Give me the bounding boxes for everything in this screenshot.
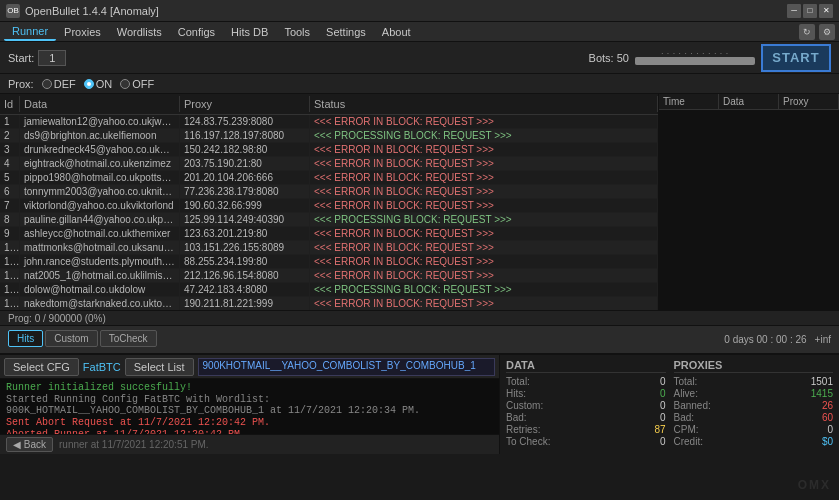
table-row[interactable]: 1jamiewalton12@yahoo.co.ukjwaltn124.83.7… [0, 115, 658, 129]
menu-configs[interactable]: Configs [170, 24, 223, 40]
td-data: drunkredneck45@yahoo.co.ukdrun [20, 143, 180, 156]
stat-line: Retries:87 [506, 424, 666, 435]
prox-radio-group: DEF ON OFF [42, 78, 155, 90]
data-stats-title: DATA [506, 359, 666, 373]
bots-tick: · · · · · · · · · · · · [661, 50, 729, 57]
log-line: Started Running Config FatBTC with Wordl… [6, 394, 493, 416]
start-input[interactable] [38, 50, 66, 66]
td-data: ds9@brighton.ac.ukelfiemoon [20, 129, 180, 142]
menu-hitsdb[interactable]: Hits DB [223, 24, 276, 40]
stat-key: Custom: [506, 400, 543, 411]
table-row[interactable]: 5pippo1980@hotmail.co.ukpottsy19201.20.1… [0, 171, 658, 185]
bottom-area: Select CFG FatBTC Select List 900KHOTMAI… [0, 354, 839, 454]
td-proxy: 125.99.114.249:40390 [180, 213, 310, 226]
table-row[interactable]: 12nat2005_1@hotmail.co.uklilmiss07212.12… [0, 269, 658, 283]
menu-tools[interactable]: Tools [276, 24, 318, 40]
td-status: <<< ERROR IN BLOCK: REQUEST >>> [310, 199, 658, 212]
table-row[interactable]: 13dolow@hotmail.co.ukdolow47.242.183.4:8… [0, 283, 658, 297]
td-proxy: 77.236.238.179:8080 [180, 185, 310, 198]
data-stats: DATA Total:0Hits:0Custom:0Bad:0Retries:8… [506, 359, 666, 450]
table-header: Id Data Proxy Status [0, 94, 658, 115]
start-button[interactable]: START [761, 44, 831, 72]
table-row[interactable]: 11john.rance@students.plymouth.ac.u88.25… [0, 255, 658, 269]
td-status: <<< ERROR IN BLOCK: REQUEST >>> [310, 227, 658, 240]
td-status: <<< ERROR IN BLOCK: REQUEST >>> [310, 157, 658, 170]
main-area: Id Data Proxy Status 1jamiewalton12@yaho… [0, 94, 839, 310]
stat-key: CPM: [674, 424, 699, 435]
menu-settings[interactable]: Settings [318, 24, 374, 40]
right-panel: Time Data Proxy [659, 94, 839, 310]
td-proxy: 201.20.104.206:666 [180, 171, 310, 184]
table-row[interactable]: 3drunkredneck45@yahoo.co.ukdrun150.242.1… [0, 143, 658, 157]
stat-value: 1501 [811, 376, 833, 387]
table-row[interactable]: 8pauline.gillan44@yahoo.co.ukpgilla125.9… [0, 213, 658, 227]
th-data: Data [20, 96, 180, 112]
settings-icon[interactable]: ⚙ [819, 24, 835, 40]
table-row[interactable]: 4eightrack@hotmail.co.ukenzimez203.75.19… [0, 157, 658, 171]
menu-about[interactable]: About [374, 24, 419, 40]
log-line: Runner initialized succesfully! [6, 382, 493, 393]
td-proxy: 123.63.201.219:80 [180, 227, 310, 240]
td-proxy: 88.255.234.199:80 [180, 255, 310, 268]
prox-on[interactable]: ON [84, 78, 113, 90]
table-row[interactable]: 9ashleycc@hotmail.co.ukthemixer123.63.20… [0, 227, 658, 241]
close-button[interactable]: ✕ [819, 4, 833, 18]
table-row[interactable]: 14nakedtom@starknaked.co.uktomas190.211.… [0, 297, 658, 310]
custom-tab[interactable]: Custom [45, 330, 97, 347]
td-data: ashleycc@hotmail.co.ukthemixer [20, 227, 180, 240]
bottom-left: Select CFG FatBTC Select List 900KHOTMAI… [0, 355, 500, 454]
stat-value: 1415 [811, 388, 833, 399]
select-list-button[interactable]: Select List [125, 358, 194, 376]
stat-value: 87 [654, 424, 665, 435]
td-proxy: 190.60.32.66:999 [180, 199, 310, 212]
table-row[interactable]: 10mattmonks@hotmail.co.uksanurain103.151… [0, 241, 658, 255]
back-row: ◀ Back runner at 11/7/2021 12:20:51 PM. [0, 434, 499, 454]
table-row[interactable]: 7viktorlond@yahoo.co.ukviktorlond190.60.… [0, 199, 658, 213]
stat-key: Bad: [674, 412, 695, 423]
td-id: 8 [0, 213, 20, 226]
td-data: mattmonks@hotmail.co.uksanurain [20, 241, 180, 254]
td-data: nakedtom@starknaked.co.uktomas [20, 297, 180, 310]
back-button[interactable]: ◀ Back [6, 437, 53, 452]
menu-proxies[interactable]: Proxies [56, 24, 109, 40]
stat-value: $0 [822, 436, 833, 447]
rh-time: Time [659, 94, 719, 109]
prox-on-circle [84, 79, 94, 89]
stat-key: Bad: [506, 412, 527, 423]
tocheck-tab[interactable]: ToCheck [100, 330, 157, 347]
menu-wordlists[interactable]: Wordlists [109, 24, 170, 40]
timer-inf: +inf [815, 334, 831, 345]
td-id: 11 [0, 255, 20, 268]
td-status: <<< ERROR IN BLOCK: REQUEST >>> [310, 269, 658, 282]
td-status: <<< ERROR IN BLOCK: REQUEST >>> [310, 115, 658, 128]
minimize-button[interactable]: ─ [787, 4, 801, 18]
stat-line: Credit:$0 [674, 436, 834, 447]
stat-line: Banned:26 [674, 400, 834, 411]
td-status: <<< PROCESSING BLOCK: REQUEST >>> [310, 129, 658, 142]
stat-key: Total: [506, 376, 530, 387]
prox-off[interactable]: OFF [120, 78, 154, 90]
select-cfg-button[interactable]: Select CFG [4, 358, 79, 376]
bottom-right: DATA Total:0Hits:0Custom:0Bad:0Retries:8… [500, 355, 839, 454]
cfg-name: FatBTC [83, 361, 121, 373]
table-row[interactable]: 2ds9@brighton.ac.ukelfiemoon116.197.128.… [0, 129, 658, 143]
maximize-button[interactable]: □ [803, 4, 817, 18]
td-data: jamiewalton12@yahoo.co.ukjwaltn [20, 115, 180, 128]
td-proxy: 150.242.182.98:80 [180, 143, 310, 156]
table-area: Id Data Proxy Status 1jamiewalton12@yaho… [0, 94, 659, 310]
hits-tab[interactable]: Hits [8, 330, 43, 347]
td-status: <<< PROCESSING BLOCK: REQUEST >>> [310, 213, 658, 226]
td-status: <<< ERROR IN BLOCK: REQUEST >>> [310, 171, 658, 184]
menu-runner[interactable]: Runner [4, 23, 56, 41]
refresh-icon[interactable]: ↻ [799, 24, 815, 40]
th-proxy: Proxy [180, 96, 310, 112]
stat-line: Total:1501 [674, 376, 834, 387]
td-data: dolow@hotmail.co.ukdolow [20, 283, 180, 296]
table-row[interactable]: 6tonnymm2003@yahoo.co.uknitro69l77.236.2… [0, 185, 658, 199]
bots-slider-container: · · · · · · · · · · · · [635, 50, 755, 65]
app-icon: OB [6, 4, 20, 18]
td-proxy: 124.83.75.239:8080 [180, 115, 310, 128]
stat-key: Retries: [506, 424, 540, 435]
prox-def[interactable]: DEF [42, 78, 76, 90]
proxy-stats-title: PROXIES [674, 359, 834, 373]
